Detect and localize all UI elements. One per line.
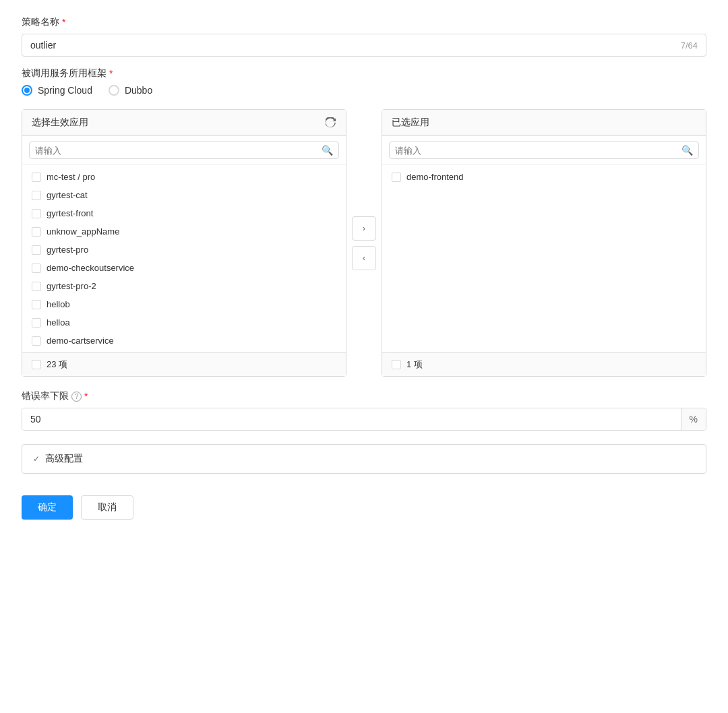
framework-radio-group: Spring Cloud Dubbo — [22, 85, 706, 96]
chevron-left-icon: ‹ — [363, 253, 365, 263]
transfer-right-button[interactable]: › — [352, 216, 376, 241]
checkbox — [32, 336, 41, 346]
item-label: hellob — [47, 299, 70, 309]
checkbox — [32, 209, 41, 218]
list-item[interactable]: unknow_appName — [22, 222, 346, 241]
radio-spring-cloud[interactable]: Spring Cloud — [22, 85, 92, 96]
percent-suffix: % — [681, 408, 706, 430]
left-search-icon: 🔍 — [322, 145, 333, 156]
error-rate-input[interactable] — [22, 408, 681, 430]
error-rate-input-wrapper: % — [22, 408, 706, 431]
list-item[interactable]: helloa — [22, 313, 346, 332]
advanced-title: 高级配置 — [45, 453, 83, 465]
right-list: demo-frontend — [382, 165, 706, 352]
list-item[interactable]: demo-frontend — [382, 168, 706, 186]
footer-checkbox[interactable] — [392, 360, 401, 369]
item-label: gyrtest-cat — [47, 190, 88, 200]
left-search-inner: 🔍 — [29, 142, 339, 159]
required-star: * — [62, 17, 65, 28]
item-label: unknow_appName — [47, 226, 119, 237]
left-panel-title: 选择生效应用 — [32, 117, 88, 129]
cancel-button[interactable]: 取消 — [81, 495, 133, 520]
item-label: demo-checkoutservice — [47, 263, 134, 273]
list-item[interactable]: gyrtest-front — [22, 204, 346, 222]
right-footer-count: 1 项 — [406, 359, 423, 371]
advanced-section: ✓ 高级配置 — [22, 444, 706, 474]
radio-circle-dubbo — [109, 85, 119, 96]
checkbox — [32, 245, 41, 255]
strategy-name-wrapper: 7/64 — [22, 34, 706, 57]
strategy-name-count: 7/64 — [681, 40, 698, 51]
list-item[interactable]: gyrtest-pro — [22, 241, 346, 259]
strategy-name-label: 策略名称 * — [22, 16, 706, 28]
item-label: gyrtest-pro — [47, 245, 88, 255]
item-label: gyrtest-front — [47, 208, 93, 218]
left-footer-count: 23 项 — [47, 359, 67, 371]
left-search-box: 🔍 — [22, 136, 346, 165]
item-label: mc-test / pro — [47, 172, 95, 182]
right-search-input[interactable] — [395, 146, 677, 156]
left-panel-header: 选择生效应用 — [22, 110, 346, 136]
refresh-button[interactable] — [326, 117, 336, 128]
checkbox — [32, 318, 41, 328]
radio-label-dubbo: Dubbo — [125, 85, 152, 96]
right-search-box: 🔍 — [382, 136, 706, 165]
right-panel-header: 已选应用 — [382, 110, 706, 136]
strategy-name-input[interactable] — [30, 40, 675, 51]
checkbox — [32, 264, 41, 273]
transfer-left-button[interactable]: ‹ — [352, 246, 376, 270]
right-search-icon: 🔍 — [681, 145, 693, 156]
radio-dubbo[interactable]: Dubbo — [109, 85, 152, 96]
left-search-input[interactable] — [35, 146, 317, 156]
error-rate-section: 错误率下限 ? * % — [22, 390, 706, 431]
chevron-down-icon: ✓ — [33, 454, 40, 464]
framework-required-star: * — [109, 68, 113, 79]
transfer-buttons: › ‹ — [346, 109, 382, 377]
checkbox — [32, 300, 41, 309]
error-required-star: * — [84, 391, 88, 402]
right-panel: 已选应用 🔍 demo-frontend 1 项 — [382, 109, 706, 377]
confirm-button[interactable]: 确定 — [22, 495, 73, 520]
chevron-right-icon: › — [363, 223, 365, 233]
radio-circle-spring-cloud — [22, 85, 32, 96]
footer-checkbox[interactable] — [32, 360, 41, 369]
list-item[interactable]: hellob — [22, 295, 346, 313]
left-panel-footer: 23 项 — [22, 352, 346, 376]
checkbox — [32, 173, 41, 182]
list-item[interactable]: gyrtest-pro-2 — [22, 277, 346, 295]
right-panel-title: 已选应用 — [392, 117, 429, 129]
help-icon[interactable]: ? — [71, 392, 82, 402]
item-label: demo-frontend — [406, 172, 464, 182]
left-list: mc-test / pro gyrtest-cat gyrtest-front … — [22, 165, 346, 352]
list-item[interactable]: demo-checkoutservice — [22, 259, 346, 277]
item-label: demo-cartservice — [47, 336, 114, 346]
item-label: gyrtest-pro-2 — [47, 281, 96, 291]
checkbox — [392, 173, 401, 182]
list-item[interactable]: gyrtest-cat — [22, 186, 346, 204]
advanced-header[interactable]: ✓ 高级配置 — [22, 445, 706, 473]
checkbox — [32, 282, 41, 291]
checkbox — [32, 227, 41, 237]
right-search-inner: 🔍 — [389, 142, 699, 159]
item-label: helloa — [47, 317, 70, 328]
page-container: 策略名称 * 7/64 被调用服务所用框架 * Spring Cloud Dub… — [0, 0, 728, 713]
left-panel: 选择生效应用 🔍 mc-test / pro — [22, 109, 346, 377]
transfer-container: 选择生效应用 🔍 mc-test / pro — [22, 109, 706, 377]
footer-buttons: 确定 取消 — [22, 490, 706, 520]
radio-label-spring-cloud: Spring Cloud — [38, 85, 92, 96]
list-item[interactable]: demo-cartservice — [22, 332, 346, 350]
error-rate-label: 错误率下限 ? * — [22, 390, 706, 402]
list-item[interactable]: mc-test / pro — [22, 168, 346, 186]
right-panel-footer: 1 项 — [382, 352, 706, 376]
checkbox — [32, 191, 41, 200]
refresh-icon — [326, 117, 336, 128]
framework-label: 被调用服务所用框架 * — [22, 67, 706, 80]
